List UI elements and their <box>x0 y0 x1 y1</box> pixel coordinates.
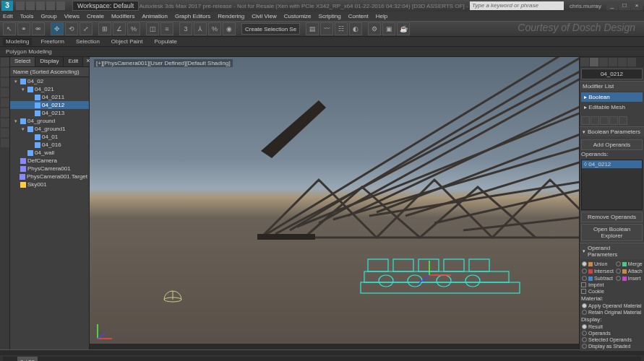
unlink-tool[interactable]: ⚮ <box>32 22 45 35</box>
ribbon-tab-populate[interactable]: Populate <box>151 38 180 45</box>
hide-icon[interactable] <box>1 139 9 147</box>
link-tool[interactable]: ⚭ <box>17 22 30 35</box>
named-selection-dropdown[interactable]: Create Selection Se <box>241 23 300 35</box>
boolean-parameters-header[interactable]: ▾Boolean Parameters <box>580 127 644 136</box>
angle-snap[interactable]: ∠ <box>113 22 126 35</box>
tree-item-04-0213[interactable]: 04_0213 <box>10 109 89 117</box>
display-opt-0[interactable]: Result <box>581 323 643 330</box>
schematic-view[interactable]: ☷ <box>335 22 348 35</box>
menu-edit[interactable]: Edit <box>3 13 13 19</box>
tree-item-defcamera[interactable]: DefCamera <box>10 157 89 165</box>
material-editor[interactable]: ◐ <box>349 22 362 35</box>
remove-modifier-icon[interactable] <box>609 116 618 125</box>
percent-snap[interactable]: % <box>127 22 140 35</box>
tree-item-04-01[interactable]: 04_01 <box>10 133 89 141</box>
op-merge[interactable]: Merge <box>615 261 643 267</box>
menu-scripting[interactable]: Scripting <box>319 13 341 19</box>
menu-rendering[interactable]: Rendering <box>218 13 244 19</box>
new-icon[interactable] <box>16 1 25 10</box>
menu-civil-view[interactable]: Civil View <box>252 13 277 19</box>
menu-tools[interactable]: Tools <box>20 13 34 19</box>
configure-sets-icon[interactable] <box>619 116 627 125</box>
scale-tool[interactable]: ⤢ <box>80 22 93 35</box>
object-name-field[interactable]: 04_0212 <box>581 69 643 79</box>
open-boolean-explorer-button[interactable]: Open Boolean Explorer <box>581 224 643 241</box>
imprint-checkbox[interactable]: Imprint <box>581 282 643 288</box>
rotate-tool[interactable]: ⟲ <box>65 22 78 35</box>
menu-views[interactable]: Views <box>64 13 80 19</box>
tree-item-sky001[interactable]: Sky001 <box>10 180 89 188</box>
panel-tab-display[interactable]: Display <box>35 57 64 66</box>
op-subtract[interactable]: Subtract <box>581 275 614 282</box>
op-insert[interactable]: Insert <box>615 275 643 282</box>
panel-tab-select[interactable]: Select <box>10 57 35 66</box>
ribbon-tab-modeling[interactable]: Modeling <box>3 38 32 45</box>
tree-item-04-02[interactable]: ▾04_02 <box>10 77 89 85</box>
snap-pct[interactable]: % <box>208 22 221 35</box>
display-opt-2[interactable]: Selected Operands <box>581 336 643 343</box>
tree-item-04-0211[interactable]: 04_0211 <box>10 93 89 101</box>
snap-toggle[interactable]: ⊞ <box>98 22 111 35</box>
display-tab-icon[interactable] <box>618 58 627 66</box>
viewport[interactable]: [+][PhysCamera001][User Defined][Default… <box>90 57 579 349</box>
tree-item-04-016[interactable]: 04_016 <box>10 141 89 149</box>
operand-item[interactable]: ◊ 04_0212 <box>582 160 642 168</box>
freeze-icon[interactable] <box>1 129 9 137</box>
maximize-button[interactable]: □ <box>619 1 630 10</box>
tree-item-04-0212[interactable]: 04_0212 <box>10 101 89 109</box>
sync-icon[interactable] <box>1 108 9 117</box>
tree-item-physcamera001[interactable]: PhysCamera001 <box>10 165 89 173</box>
minimize-button[interactable]: _ <box>606 1 618 10</box>
modifier-list-dropdown[interactable]: Modifier List <box>580 82 644 91</box>
tree-item-04-wall[interactable]: 04_wall <box>10 149 89 157</box>
utilities-tab-icon[interactable] <box>627 58 636 66</box>
render[interactable]: ☕ <box>397 22 410 35</box>
menu-group[interactable]: Group <box>40 13 56 19</box>
render-setup[interactable]: ⚙ <box>368 22 381 35</box>
snap-angle[interactable]: ⅄ <box>194 22 207 35</box>
tree-item-04-021[interactable]: ▾04_021 <box>10 85 89 93</box>
workspace-selector[interactable]: Workspace: Default <box>72 1 139 11</box>
redo-icon[interactable] <box>56 1 65 10</box>
curve-editor[interactable]: 〰 <box>320 22 333 35</box>
op-attach[interactable]: Attach <box>615 268 643 274</box>
time-slider[interactable]: 0 / 30 051015202530 <box>3 357 641 361</box>
cookie-checkbox[interactable]: Cookie <box>581 288 643 295</box>
open-icon[interactable] <box>26 1 35 10</box>
menu-help[interactable]: Help <box>376 13 387 19</box>
menu-animation[interactable]: Animation <box>142 13 168 19</box>
move-tool[interactable]: ✥ <box>51 22 64 35</box>
menu-customize[interactable]: Customize <box>284 13 312 19</box>
scene-explorer-icon[interactable] <box>1 58 9 66</box>
tree-item-physcamera001-target[interactable]: PhysCamera001.Target <box>10 173 89 180</box>
operand-parameters-header[interactable]: ▾Operand Parameters <box>580 243 644 259</box>
mirror-tool[interactable]: ◫ <box>146 22 159 35</box>
material-opt-1[interactable]: Retain Original Material <box>581 309 643 316</box>
sort-icon[interactable] <box>1 98 9 107</box>
hierarchy-tab-icon[interactable] <box>599 58 608 66</box>
panel-scrollbar[interactable] <box>0 349 644 355</box>
remove-operands-button[interactable]: Remove Operands <box>581 212 643 222</box>
align-tool[interactable]: ≡ <box>160 22 173 35</box>
op-intersect[interactable]: Intersect <box>581 268 614 274</box>
app-logo[interactable]: 3 <box>1 1 13 11</box>
viewport-label[interactable]: [+][PhysCamera001][User Defined][Default… <box>94 59 233 67</box>
create-tab-icon[interactable] <box>580 58 589 66</box>
ribbon-sub-label[interactable]: Polygon Modeling <box>3 48 55 56</box>
tree-item-04-ground[interactable]: ▾04_ground <box>10 117 89 125</box>
menu-graph-editors[interactable]: Graph Editors <box>175 13 210 19</box>
panel-tab-edit[interactable]: Edit <box>64 57 83 66</box>
add-operands-button[interactable]: Add Operands <box>581 139 643 150</box>
ribbon-tab-selection[interactable]: Selection <box>73 38 103 45</box>
menu-modifiers[interactable]: Modifiers <box>111 13 134 19</box>
operands-list[interactable]: ◊ 04_0212 <box>581 160 643 210</box>
select-tool[interactable]: ↖ <box>3 22 16 35</box>
tree-item-04-ground1[interactable]: ▾04_ground1 <box>10 125 89 133</box>
filter-icon[interactable] <box>1 88 9 97</box>
display-opt-3[interactable]: Display as Shaded <box>581 343 643 349</box>
material-opt-0[interactable]: Apply Operand Material <box>581 303 643 309</box>
menu-content[interactable]: Content <box>348 13 369 19</box>
viewport-scrollbar[interactable] <box>90 344 579 349</box>
display-opt-1[interactable]: Operands <box>581 330 643 336</box>
layer-icon[interactable] <box>1 68 9 77</box>
